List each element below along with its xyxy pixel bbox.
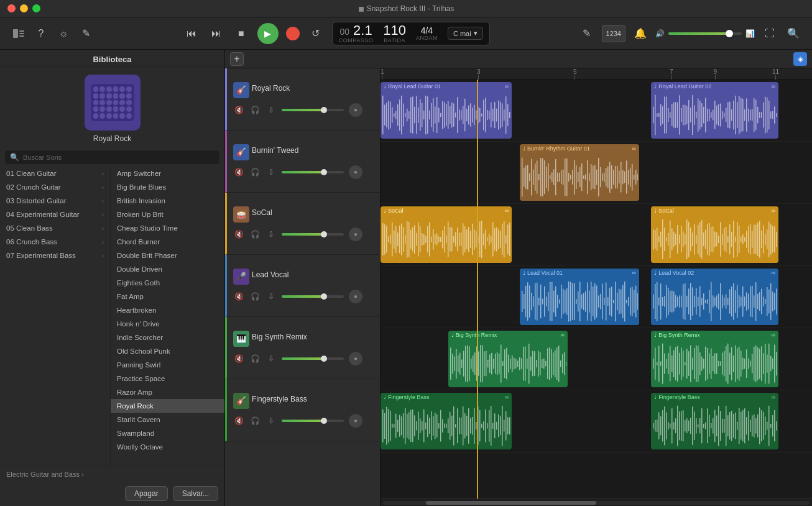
search-input[interactable]	[23, 154, 215, 161]
right-list-item[interactable]: Amp Switcher	[111, 167, 224, 180]
maximize-button[interactable]	[32, 4, 40, 12]
track-volume-thumb[interactable]	[321, 293, 327, 300]
right-list-item[interactable]: Fat Amp	[111, 290, 224, 303]
track-volume-slider[interactable]	[282, 233, 344, 236]
waveform-row[interactable]: ♩ Royal Lead Guitar 01 ∞ ♩ Royal Lead Gu…	[381, 80, 812, 142]
track-pan-knob[interactable]: ●	[349, 165, 362, 179]
left-list-item[interactable]: 07 Experimental Bass›	[0, 249, 110, 262]
right-list-item[interactable]: Royal Rock	[111, 399, 224, 413]
play-button[interactable]: ▶	[257, 23, 279, 44]
right-list-item[interactable]: Swampland	[111, 426, 224, 440]
right-list-item[interactable]: Practice Space	[111, 372, 224, 385]
left-list-item[interactable]: 01 Clean Guitar›	[0, 167, 110, 180]
edit-button[interactable]: ✎	[77, 25, 95, 42]
record-button[interactable]	[286, 27, 300, 40]
fullscreen-button[interactable]: ⛶	[761, 25, 778, 42]
track-pan-knob[interactable]: ●	[349, 352, 362, 366]
brightness-button[interactable]: ☼	[55, 25, 72, 42]
delete-button[interactable]: Apagar	[125, 486, 168, 501]
track-settings-button[interactable]: ⇩	[265, 415, 277, 426]
add-track-button[interactable]: +	[230, 52, 244, 66]
track-volume-thumb[interactable]	[321, 231, 327, 237]
waveform-clip[interactable]: ♩ Lead Vocal 01 ∞	[520, 269, 639, 325]
loop-button[interactable]: ↺	[307, 25, 325, 42]
rewind-button[interactable]: ⏮	[183, 25, 200, 42]
volume-thumb[interactable]	[726, 30, 733, 37]
track-mute-button[interactable]: 🔇	[233, 104, 244, 116]
track-mute-button[interactable]: 🔇	[233, 353, 244, 364]
waveform-clip[interactable]: ♩ Fingerstyle Bass ∞	[381, 393, 512, 449]
track-settings-button[interactable]: ⇩	[265, 353, 277, 364]
track-mute-button[interactable]: 🔇	[233, 229, 244, 240]
right-list-item[interactable]: Broken Up Brit	[111, 208, 224, 221]
forward-button[interactable]: ⏭	[208, 25, 225, 42]
waveform-clip[interactable]: ♩ Burnin' Rhythm Guitar 01 ∞	[520, 144, 639, 201]
track-volume-slider[interactable]	[282, 295, 344, 298]
stop-button[interactable]: ■	[233, 25, 250, 42]
track-settings-button[interactable]: ⇩	[265, 104, 277, 116]
master-volume-control[interactable]: 🔊 📊	[655, 29, 755, 38]
right-list-item[interactable]: Honk n' Drive	[111, 317, 224, 331]
track-mute-button[interactable]: 🔇	[233, 415, 244, 426]
waveform-clip[interactable]: ♩ Fingerstyle Bass ∞	[651, 393, 778, 449]
track-mute-button[interactable]: 🔇	[233, 167, 244, 178]
waveform-row[interactable]: ♩ Lead Vocal 01 ∞ ♩ Lead Vocal 02 ∞	[381, 266, 812, 328]
waveform-row[interactable]: ♩ SoCal ∞ ♩ SoCal ∞	[381, 204, 812, 266]
right-list-item[interactable]: Heartbroken	[111, 303, 224, 317]
left-list-item[interactable]: 05 Clean Bass›	[0, 221, 110, 235]
pencil-tool-button[interactable]: ✎	[578, 25, 596, 42]
track-volume-slider[interactable]	[282, 357, 344, 360]
waveform-clip[interactable]: ♩ Royal Lead Guitar 02 ∞	[651, 82, 778, 139]
track-volume-thumb[interactable]	[321, 356, 327, 362]
track-pan-knob[interactable]: ●	[349, 103, 362, 117]
waveform-row[interactable]: ♩ Big Synth Remix ∞ ♩ Big Synth Remix ∞	[381, 328, 812, 390]
track-settings-button[interactable]: ⇩	[265, 167, 277, 178]
track-headphone-button[interactable]: 🎧	[249, 104, 261, 116]
save-button[interactable]: Salvar...	[173, 486, 218, 501]
right-list-item[interactable]: Indie Scorcher	[111, 331, 224, 344]
track-volume-thumb[interactable]	[321, 169, 327, 175]
track-pan-knob[interactable]: ●	[349, 228, 362, 241]
track-volume-slider[interactable]	[282, 420, 344, 422]
track-pan-knob[interactable]: ●	[349, 290, 362, 303]
left-list-item[interactable]: 02 Crunch Guitar›	[0, 180, 110, 194]
level-meter-button[interactable]: 1234	[602, 25, 625, 42]
track-volume-slider[interactable]	[282, 171, 344, 173]
alert-button[interactable]: 🔔	[632, 25, 649, 42]
right-list-item[interactable]: Razor Amp	[111, 385, 224, 399]
left-list-item[interactable]: 04 Experimental Guitar›	[0, 208, 110, 221]
right-list-item[interactable]: Eighties Goth	[111, 276, 224, 290]
right-list-item[interactable]: Double Driven	[111, 262, 224, 276]
track-headphone-button[interactable]: 🎧	[249, 353, 261, 364]
right-list-item[interactable]: British Invasion	[111, 194, 224, 208]
track-headphone-button[interactable]: 🎧	[249, 291, 261, 302]
right-list-item[interactable]: Starlit Cavern	[111, 413, 224, 426]
track-volume-thumb[interactable]	[321, 418, 327, 424]
help-button[interactable]: ?	[32, 25, 50, 42]
left-list-item[interactable]: 06 Crunch Bass›	[0, 235, 110, 249]
waveform-row[interactable]: ♩ Fingerstyle Bass ∞ ♩ Fingerstyle Bass …	[381, 390, 812, 453]
track-headphone-button[interactable]: 🎧	[249, 229, 261, 240]
track-pan-knob[interactable]: ●	[349, 414, 362, 428]
waveform-clip[interactable]: ♩ Big Synth Remix ∞	[651, 331, 778, 387]
waveform-clip[interactable]: ♩ Royal Lead Guitar 01 ∞	[381, 82, 512, 139]
key-signature-button[interactable]: C mai ▾	[448, 27, 483, 40]
right-list-item[interactable]: Woolly Octave	[111, 440, 224, 454]
track-settings-button[interactable]: ⇩	[265, 291, 277, 302]
track-volume-slider[interactable]	[282, 109, 344, 111]
waveform-clip[interactable]: ♩ SoCal ∞	[381, 206, 512, 263]
right-list-item[interactable]: Chord Burner	[111, 235, 224, 249]
track-volume-thumb[interactable]	[321, 107, 327, 113]
track-mute-button[interactable]: 🔇	[233, 291, 244, 302]
right-list-item[interactable]: Double Brit Phaser	[111, 249, 224, 262]
right-list-item[interactable]: Cheap Studio Time	[111, 221, 224, 235]
minimize-button[interactable]	[20, 4, 28, 12]
right-list-item[interactable]: Old School Punk	[111, 344, 224, 358]
waveform-clip[interactable]: ♩ Lead Vocal 02 ∞	[651, 269, 778, 325]
scrollbar-thumb[interactable]	[426, 501, 596, 505]
left-list-item[interactable]: 03 Distorted Guitar›	[0, 194, 110, 208]
scrollbar-track[interactable]	[383, 501, 810, 505]
search-button[interactable]: 🔍	[785, 25, 802, 42]
library-toggle-button[interactable]	[10, 25, 27, 42]
track-headphone-button[interactable]: 🎧	[249, 415, 261, 426]
